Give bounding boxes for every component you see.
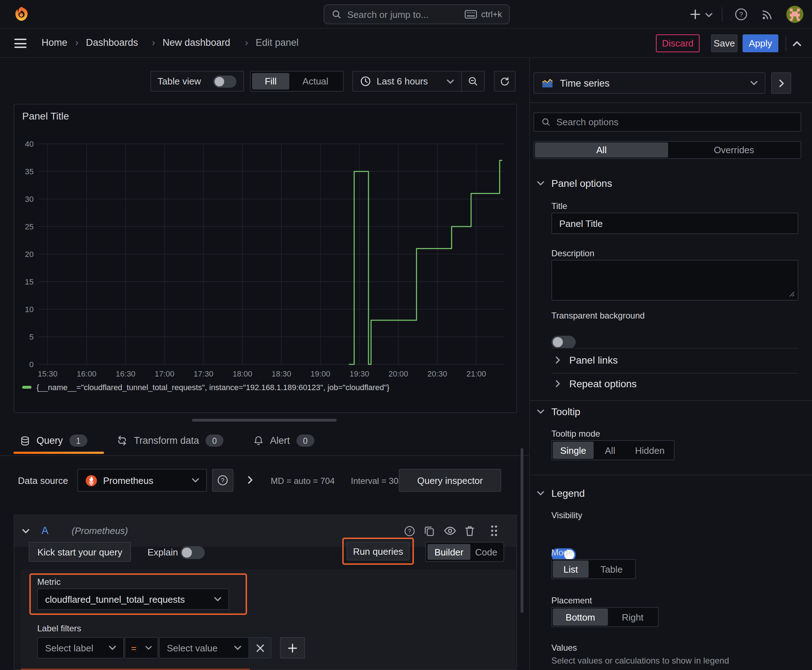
breadcrumb-dashboards[interactable]: Dashboards [86,37,138,48]
breadcrumb-separator: › [245,37,248,48]
tab-overrides[interactable]: Overrides [668,145,800,155]
tab-alert-label: Alert [270,435,290,446]
chevron-down-icon [537,491,544,495]
save-button[interactable]: Save [711,34,737,52]
tooltip-single-option[interactable]: Single [553,442,593,459]
search-options-input[interactable]: Search options [534,112,801,132]
table-view-toggle[interactable] [214,75,237,87]
explain-toggle[interactable] [180,546,205,559]
panel-links-header[interactable]: Panel links [556,354,618,366]
operator-dropdown[interactable]: = [125,637,158,658]
label-filters-label: Label filters [37,623,81,633]
code-option[interactable]: Code [470,546,502,557]
datasource-picker[interactable]: Prometheus [77,469,207,492]
description-field-label: Description [551,249,594,259]
query-inspector-button[interactable]: Query inspector [399,469,501,492]
svg-text:20:30: 20:30 [427,369,447,378]
query-options-expander-chevron-icon[interactable] [246,475,253,485]
toggle-viz-picker-button[interactable] [771,72,791,94]
legend-section-header[interactable]: Legend [537,487,585,499]
news-rss-icon[interactable] [760,8,773,21]
breadcrumb-home[interactable]: Home [42,37,67,48]
select-label-dropdown[interactable]: Select label [37,637,124,658]
tab-query-label: Query [37,435,63,446]
resize-handle-icon[interactable] [789,291,795,297]
svg-text:10: 10 [25,305,34,314]
tab-transform-data[interactable]: Transform data 0 [117,435,224,447]
tooltip-hidden-option[interactable]: Hidden [627,445,673,456]
add-filter-button[interactable] [280,637,305,658]
tab-alert[interactable]: Alert 0 [253,435,314,447]
metric-label: Metric [37,577,61,587]
transparent-background-toggle[interactable] [551,336,576,349]
editor-vertical-scrollbar[interactable] [520,448,524,613]
visibility-label: Visibility [551,510,582,520]
chevron-down-icon [109,646,116,650]
tooltip-header[interactable]: Tooltip [537,406,580,417]
delete-query-trash-icon[interactable] [464,524,475,537]
new-dropdown-chevron-icon[interactable] [705,12,713,18]
grafana-logo[interactable] [13,6,30,23]
legend-values-label: Values [551,643,577,653]
panel-title-input[interactable]: Panel Title [551,213,798,234]
panel-options-label: Panel options [551,178,612,189]
svg-text:19:00: 19:00 [310,369,330,378]
time-series-chart: 051015202530354015:3016:0016:3017:0017:3… [14,104,517,413]
tooltip-all-option[interactable]: All [593,445,627,456]
placement-bottom-option[interactable]: Bottom [553,608,608,626]
legend-table-option[interactable]: Table [588,564,634,574]
metric-select[interactable]: cloudflared_tunnel_total_requests [37,589,229,610]
query-datasource-hint: (Prometheus) [71,525,128,536]
builder-option[interactable]: Builder [427,544,470,560]
zoom-out-time-icon[interactable] [462,71,484,91]
drag-query-grip-icon[interactable] [488,524,498,537]
description-textarea[interactable] [551,260,798,301]
help-icon[interactable]: ? [735,8,748,21]
breadcrumb-separator: › [75,37,78,48]
tab-query[interactable]: Query 1 [20,435,87,447]
apply-button[interactable]: Apply [742,34,778,52]
legend-list-option[interactable]: List [553,560,588,578]
hide-query-eye-icon[interactable] [443,525,456,536]
menu-hamburger-icon[interactable] [14,39,27,48]
panel-options-header[interactable]: Panel options [537,178,612,189]
global-search-input[interactable]: Search or jump to... ctrl+k [324,4,510,24]
time-range-control: Last 6 hours [352,71,485,91]
placement-right-option[interactable]: Right [608,612,657,623]
svg-text:15:30: 15:30 [37,369,57,378]
refresh-button[interactable] [494,71,515,91]
panel-resize-scrollbar[interactable] [192,419,337,421]
metric-value: cloudflared_tunnel_total_requests [45,594,214,604]
kick-start-query-button[interactable]: Kick start your query [29,542,131,562]
actual-option[interactable]: Actual [289,76,342,86]
user-avatar[interactable] [786,6,804,23]
visualization-picker[interactable]: Time series [534,72,765,94]
breadcrumb-new-dashboard[interactable]: New dashboard [163,37,230,48]
discard-button[interactable]: Discard [656,34,700,52]
svg-text:16:00: 16:00 [76,369,96,378]
breadcrumb-separator: › [152,37,155,48]
datasource-help-button[interactable]: ? [212,469,234,492]
tab-all[interactable]: All [535,142,668,157]
svg-text:21:00: 21:00 [466,369,486,378]
query-collapse-chevron-icon[interactable] [22,528,30,534]
duplicate-query-icon[interactable] [423,524,436,537]
select-value-dropdown[interactable]: Select value [159,637,271,658]
new-plus-button[interactable] [689,8,702,21]
repeat-options-header[interactable]: Repeat options [556,378,637,389]
datasource-value: Prometheus [103,475,192,486]
legend-series-label: {__name__="cloudflared_tunnel_total_requ… [37,383,390,392]
remove-filter-icon[interactable] [249,638,271,658]
chart-legend-item[interactable]: {__name__="cloudflared_tunnel_total_requ… [22,383,390,392]
collapse-options-chevron-up-icon[interactable] [792,40,802,47]
transparent-background-label: Transparent background [551,311,645,321]
query-help-icon[interactable]: ? [403,524,415,537]
fill-option[interactable]: Fill [252,73,289,90]
chevron-down-icon [214,597,221,601]
transform-icon [117,435,127,446]
chevron-down-icon [447,79,454,83]
svg-text:17:00: 17:00 [155,369,175,378]
select-value-placeholder: Select value [167,643,234,653]
run-queries-button[interactable]: Run queries [347,542,410,560]
time-range-picker[interactable]: Last 6 hours [353,76,461,86]
